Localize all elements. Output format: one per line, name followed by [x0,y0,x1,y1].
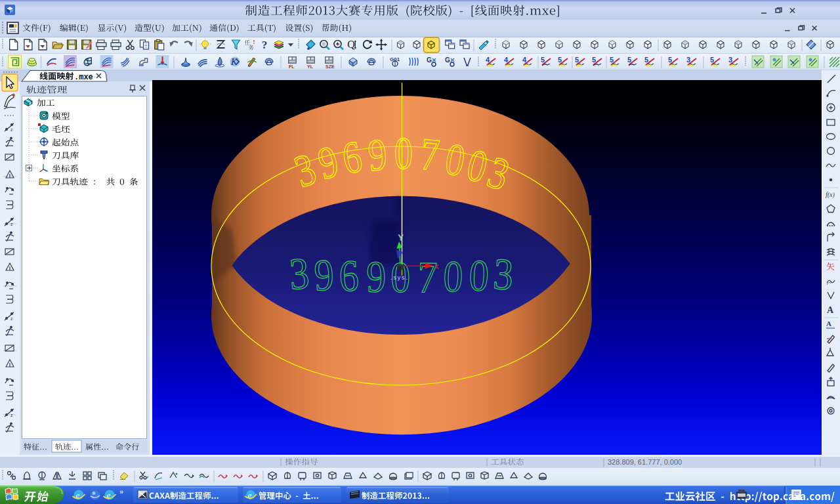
svg-text:9: 9 [313,250,335,301]
svg-text:9: 9 [366,252,387,302]
svg-text:.mxe: .mxe [74,73,93,82]
svg-text:YL: YL [307,64,314,69]
svg-text:.sys.: .sys. [390,274,408,281]
svg-text:»: » [119,488,123,495]
svg-text:A: A [827,305,834,315]
svg-text:z: z [10,316,13,321]
svg-text:A: A [826,320,831,327]
svg-text:7: 7 [417,253,438,303]
svg-text:SZE: SZE [326,64,335,69]
svg-text:5: 5 [644,56,648,64]
svg-text:5: 5 [627,56,631,64]
svg-text:5: 5 [710,56,714,64]
svg-text:z: z [10,222,13,226]
svg-text:x: x [434,261,439,271]
svg-text:6: 6 [338,251,360,301]
svg-text:G: G [445,56,450,64]
svg-text:5: 5 [541,56,545,64]
svg-text:5: 5 [558,56,562,64]
svg-text:z: z [10,127,13,132]
svg-text:!: ! [253,39,255,45]
svg-text:3: 3 [288,248,311,299]
svg-text:5: 5 [575,56,579,64]
svg-text:0: 0 [442,251,464,301]
svg-text:Y: Y [398,234,404,242]
svg-text:K: K [230,57,238,67]
svg-text:Q: Q [347,39,355,50]
svg-text:0: 0 [468,250,490,301]
svg-text:328.809, 61.777, 0.000: 328.809, 61.777, 0.000 [608,458,682,466]
svg-text:3: 3 [728,56,732,64]
svg-text:G: G [427,56,432,64]
svg-text:3: 3 [686,56,690,64]
svg-text:5: 5 [610,56,614,64]
svg-text:f(x): f(x) [826,191,835,199]
svg-text:?: ? [262,39,268,51]
svg-text:z: z [10,413,13,417]
svg-text:5: 5 [592,56,596,64]
svg-text:5: 5 [668,56,672,64]
svg-text:3: 3 [492,249,514,299]
svg-text:FL: FL [289,64,295,69]
svg-text:0: 0 [394,129,413,179]
